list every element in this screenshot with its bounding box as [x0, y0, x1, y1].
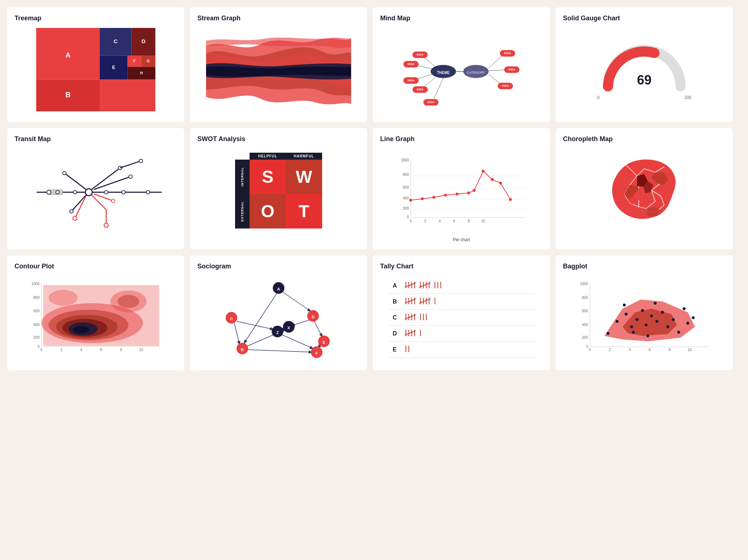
svg-line-124	[248, 350, 312, 352]
svg-line-117	[234, 323, 239, 344]
svg-point-110	[73, 326, 89, 333]
svg-line-169	[405, 315, 416, 319]
svg-text:0: 0	[40, 348, 42, 352]
choropleth-svg	[604, 154, 684, 227]
svg-text:E: E	[322, 340, 325, 345]
svg-text:8: 8	[468, 219, 470, 223]
svg-point-87	[482, 170, 485, 173]
svg-point-82	[432, 196, 435, 199]
swot-matrix: HELPFUL HARMFUL INTERNAL S W EXTERNAL O …	[235, 153, 322, 228]
bagplot-chart: 1000 800 600 400 200 0 0 2 4 6 8 10	[563, 276, 726, 363]
tally-marks-a	[401, 278, 535, 294]
card-sociogram: Sociogram	[190, 255, 367, 370]
treemap-svg: A B C D E F G H	[15, 28, 177, 111]
sociogram-title: Sociogram	[197, 263, 360, 270]
svg-text:200: 200	[582, 335, 588, 339]
swot-helpful-label: HELPFUL	[250, 153, 286, 160]
svg-point-205	[655, 320, 658, 323]
svg-point-86	[473, 189, 476, 192]
svg-line-163	[419, 299, 430, 303]
svg-text:IDEA: IDEA	[504, 52, 511, 55]
card-solidgauge: Solid Gauge Chart 69 0 200	[556, 7, 733, 122]
svg-text:600: 600	[403, 185, 409, 189]
svg-point-80	[409, 199, 412, 202]
svg-text:800: 800	[33, 296, 40, 300]
svg-line-40	[120, 161, 141, 168]
gauge-max: 200	[684, 95, 691, 100]
svg-text:800: 800	[403, 173, 409, 177]
svg-line-114	[244, 292, 278, 343]
transitmap-chart	[15, 149, 177, 236]
linegraph-svg: 1000 800 600 400 200 0 0 2 4 6 8 10	[380, 156, 543, 228]
card-transitmap: Transit Map	[7, 128, 184, 250]
svg-text:F: F	[316, 351, 318, 355]
svg-point-201	[636, 318, 638, 321]
svg-text:IDEA: IDEA	[502, 84, 509, 87]
svg-text:10: 10	[481, 219, 485, 223]
svg-text:F: F	[133, 59, 136, 63]
tally-label-e: E	[388, 342, 401, 358]
svg-text:B: B	[241, 347, 244, 352]
tally-chart: A	[380, 276, 543, 359]
svg-point-214	[623, 304, 626, 306]
tally-row-d: D	[388, 326, 534, 342]
svg-point-37	[85, 189, 92, 195]
svg-point-210	[686, 322, 689, 325]
svg-line-145	[405, 283, 416, 287]
streamgraph-chart	[197, 28, 360, 115]
svg-point-209	[677, 331, 680, 334]
svg-text:800: 800	[582, 296, 588, 300]
treemap-cell-i	[100, 79, 155, 111]
svg-text:0: 0	[586, 345, 588, 349]
svg-point-88	[491, 178, 494, 181]
svg-text:IDEA: IDEA	[407, 62, 414, 66]
mindmap-chart: THEME CATEGORY IDEA IDEA IDEA I	[380, 28, 543, 115]
svg-text:4: 4	[629, 348, 631, 352]
transitmap-svg	[15, 151, 177, 234]
svg-point-207	[666, 325, 669, 328]
svg-line-150	[419, 283, 430, 287]
svg-text:69: 69	[637, 73, 652, 87]
svg-point-59	[146, 190, 150, 194]
tally-label-b: B	[388, 294, 401, 310]
chart-grid: Treemap A B C D E F	[7, 7, 733, 370]
tally-row-a: A	[388, 278, 534, 294]
svg-text:IDEA: IDEA	[416, 53, 423, 56]
svg-text:6: 6	[100, 348, 102, 352]
svg-text:E: E	[112, 65, 115, 70]
swot-internal-label: INTERNAL	[235, 160, 250, 194]
gauge-labels: 0 200	[597, 95, 691, 100]
card-streamgraph: Stream Graph	[190, 7, 367, 122]
mindmap-svg: THEME CATEGORY IDEA IDEA IDEA I	[380, 32, 543, 111]
treemap-title: Treemap	[15, 15, 177, 22]
svg-point-52	[70, 210, 73, 213]
svg-point-56	[73, 190, 77, 194]
svg-line-38	[92, 168, 120, 189]
svg-text:G: G	[147, 59, 150, 63]
tally-label-c: C	[388, 310, 401, 326]
svg-text:0: 0	[37, 345, 40, 349]
svg-line-122	[280, 334, 313, 349]
svg-text:1000: 1000	[580, 282, 588, 286]
card-treemap: Treemap A B C D E F	[7, 7, 184, 122]
svg-point-202	[641, 309, 644, 312]
svg-text:D: D	[312, 315, 315, 319]
tally-label-a: A	[388, 278, 401, 294]
svg-point-58	[122, 190, 126, 194]
card-bagplot: Bagplot 1000 800 600 400 200 0 0 2 4 6 8…	[556, 255, 733, 370]
svg-text:2: 2	[60, 348, 62, 352]
svg-text:6: 6	[649, 348, 651, 352]
bagplot-svg: 1000 800 600 400 200 0 0 2 4 6 8 10	[563, 280, 726, 359]
svg-point-83	[444, 194, 447, 197]
svg-text:8: 8	[120, 348, 122, 352]
svg-line-115	[282, 292, 311, 311]
svg-point-199	[625, 313, 628, 316]
svg-point-57	[104, 190, 108, 194]
svg-text:D: D	[141, 38, 145, 44]
card-linegraph: Line Graph 1000 800 600 400 200 0 0 2 4 …	[373, 128, 550, 250]
svg-text:IDEA: IDEA	[508, 68, 515, 71]
choropleth-title: Choropleth Map	[563, 135, 726, 143]
svg-text:8: 8	[669, 348, 671, 352]
svg-text:H: H	[140, 71, 143, 75]
svg-point-84	[456, 193, 459, 195]
